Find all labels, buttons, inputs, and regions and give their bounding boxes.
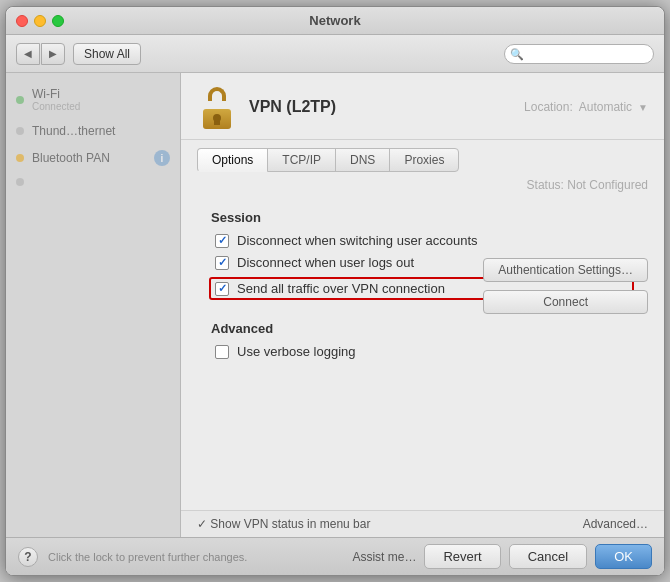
vpn-icon: [197, 85, 237, 129]
label-disconnect-accounts: Disconnect when switching user accounts: [237, 233, 478, 248]
connect-button[interactable]: Connect: [483, 290, 648, 314]
lock-label: Click the lock to prevent further change…: [48, 551, 247, 563]
tab-proxies[interactable]: Proxies: [389, 148, 459, 172]
window-title: Network: [309, 13, 360, 28]
lock-shackle: [208, 87, 226, 101]
tab-options[interactable]: Options: [197, 148, 268, 172]
help-button[interactable]: ?: [18, 547, 38, 567]
vpn-location: Location: Automatic ▼: [524, 100, 648, 114]
right-panel: VPN (L2TP) Location: Automatic ▼ Options…: [181, 73, 664, 537]
sidebar-item-wifi-label: Wi-Fi Connected: [32, 87, 80, 112]
network-window: Network ◀ ▶ Show All 🔍 Wi-Fi Connected: [5, 6, 665, 576]
vpn-title: VPN (L2TP): [249, 98, 336, 116]
footer-bar: ? Click the lock to prevent further chan…: [6, 537, 664, 575]
wifi-label: Wi-Fi: [32, 87, 80, 101]
location-label: Location:: [524, 100, 573, 114]
sidebar-item-4[interactable]: [6, 172, 180, 192]
info-badge[interactable]: i: [154, 150, 170, 166]
wifi-sub: Connected: [32, 101, 80, 112]
checkbox-row-verbose: Use verbose logging: [211, 344, 634, 359]
status-text: Status: Not Configured: [527, 178, 648, 192]
wifi-status-dot: [16, 96, 24, 104]
title-bar: Network: [6, 7, 664, 35]
tabs-bar: Options TCP/IP DNS Proxies: [181, 140, 664, 172]
checkbox-row-disconnect-accounts: Disconnect when switching user accounts: [211, 233, 634, 248]
cancel-button[interactable]: Cancel: [509, 544, 587, 569]
item4-dot: [16, 178, 24, 186]
advanced-title: Advanced: [211, 321, 634, 336]
auth-area: Authentication Settings… Connect: [483, 258, 648, 314]
bt-status-dot: [16, 154, 24, 162]
minimize-button[interactable]: [34, 15, 46, 27]
search-icon: 🔍: [510, 47, 524, 60]
close-button[interactable]: [16, 15, 28, 27]
forward-button[interactable]: ▶: [41, 43, 65, 65]
assist-link[interactable]: Assist me…: [352, 550, 416, 564]
status-line: Status: Not Configured: [181, 172, 664, 198]
label-send-traffic: Send all traffic over VPN connection: [237, 281, 445, 296]
bt-label: Bluetooth PAN: [32, 151, 146, 165]
location-chevron: ▼: [638, 102, 648, 113]
footer-buttons: Assist me… Revert Cancel OK: [352, 544, 652, 569]
sidebar-item-thunderbolt[interactable]: Thund…thernet: [6, 118, 180, 144]
options-panel: Session Disconnect when switching user a…: [181, 198, 664, 510]
checkbox-send-traffic[interactable]: [215, 282, 229, 296]
search-container: 🔍: [504, 44, 654, 64]
label-disconnect-logout: Disconnect when user logs out: [237, 255, 414, 270]
location-value: Automatic: [579, 100, 632, 114]
toolbar: ◀ ▶ Show All 🔍: [6, 35, 664, 73]
tab-dns[interactable]: DNS: [335, 148, 390, 172]
checkbox-verbose[interactable]: [215, 345, 229, 359]
vpn-menu-bar: ✓ Show VPN status in menu bar Advanced…: [181, 510, 664, 537]
vpn-menu-status: ✓ Show VPN status in menu bar: [197, 517, 370, 531]
sidebar-item-bt-label: Bluetooth PAN: [32, 151, 146, 165]
vpn-header: VPN (L2TP) Location: Automatic ▼: [181, 73, 664, 140]
sidebar-item-bluetooth[interactable]: Bluetooth PAN i: [6, 144, 180, 172]
advanced-link[interactable]: Advanced…: [583, 517, 648, 531]
show-all-button[interactable]: Show All: [73, 43, 141, 65]
checkbox-disconnect-logout[interactable]: [215, 256, 229, 270]
ok-button[interactable]: OK: [595, 544, 652, 569]
maximize-button[interactable]: [52, 15, 64, 27]
eth-label: Thund…thernet: [32, 124, 115, 138]
main-content: Wi-Fi Connected Thund…thernet Bluetooth …: [6, 73, 664, 537]
lock-body: [203, 109, 231, 129]
eth-status-dot: [16, 127, 24, 135]
back-button[interactable]: ◀: [16, 43, 40, 65]
auth-settings-button[interactable]: Authentication Settings…: [483, 258, 648, 282]
sidebar-item-wifi[interactable]: Wi-Fi Connected: [6, 81, 180, 118]
lock-keyhole: [214, 117, 220, 125]
label-verbose: Use verbose logging: [237, 344, 356, 359]
search-input[interactable]: [504, 44, 654, 64]
session-title: Session: [211, 210, 634, 225]
checkbox-disconnect-accounts[interactable]: [215, 234, 229, 248]
tab-tcpip[interactable]: TCP/IP: [267, 148, 336, 172]
sidebar-item-eth-label: Thund…thernet: [32, 124, 115, 138]
revert-button[interactable]: Revert: [424, 544, 500, 569]
sidebar: Wi-Fi Connected Thund…thernet Bluetooth …: [6, 73, 181, 537]
traffic-lights: [16, 15, 64, 27]
nav-buttons: ◀ ▶: [16, 43, 65, 65]
